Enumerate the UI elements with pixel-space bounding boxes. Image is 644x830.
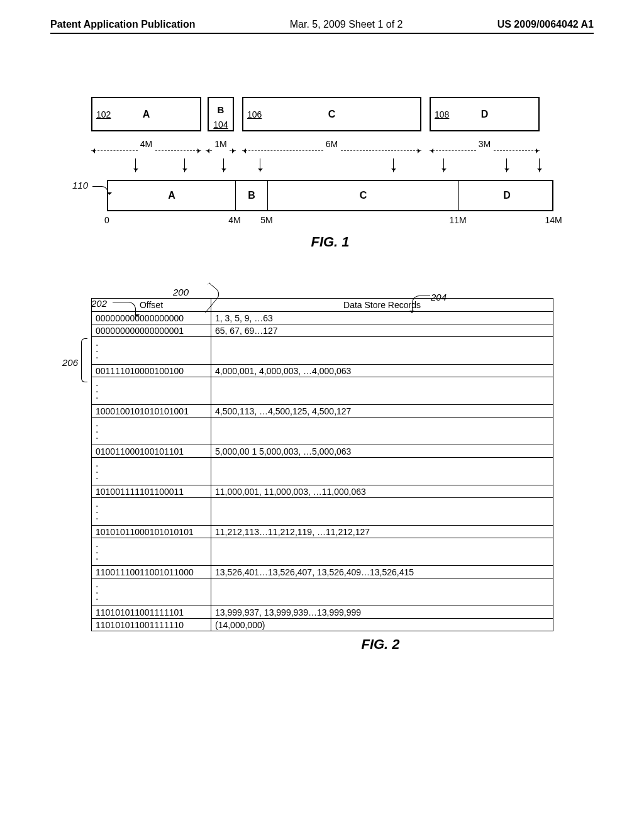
cell-offset: ... — [92, 418, 211, 445]
fig1-combined-seg-c: C — [268, 181, 459, 210]
cell-records: 11,000,001, 11,000,003, …11,000,063 — [211, 485, 553, 498]
fig1-tick: 11M — [449, 215, 466, 225]
fig1-tick: 5M — [260, 215, 272, 225]
cell-offset: 10101011000101010101 — [92, 526, 211, 538]
down-arrow-icon — [223, 158, 224, 172]
table-row: ... — [92, 538, 553, 566]
cell-offset: ... — [92, 498, 211, 526]
ref-202-label: 202 — [91, 298, 107, 309]
content: 102AB104106C108D 4M1M6M3M 110 ABCD 04M5M… — [91, 97, 569, 653]
block-ref: 102 — [96, 109, 111, 119]
brace-icon — [81, 338, 87, 382]
ref-204: 204 — [431, 292, 447, 302]
block-label: C — [328, 109, 336, 120]
block-ref: 106 — [247, 109, 262, 119]
table-row: ... — [92, 458, 553, 485]
figure-1: 102AB104106C108D 4M1M6M3M 110 ABCD 04M5M… — [91, 97, 569, 279]
header-left: Patent Application Publication — [50, 19, 196, 30]
cell-offset: 010011000100101101 — [92, 445, 211, 458]
down-arrow-icon — [393, 158, 394, 172]
down-arrow-icon — [506, 158, 507, 172]
table-row: ... — [92, 498, 553, 526]
ref-204-label: 204 — [431, 292, 447, 302]
table-row: ... — [92, 418, 553, 445]
ref-200-label: 200 — [173, 287, 189, 297]
cell-offset: 11001110011001011000 — [92, 566, 211, 578]
arrow-left-icon — [430, 150, 476, 151]
fig1-down-arrows — [91, 158, 569, 177]
arrow-left-icon — [91, 150, 138, 151]
cell-offset: 1000100101010101001 — [92, 405, 211, 418]
table-row: 0100110001001011015,000,00 1 5,000,003, … — [92, 445, 553, 458]
down-arrow-icon — [260, 158, 260, 172]
table-row: ... — [92, 337, 553, 365]
cell-offset: ... — [92, 377, 211, 405]
cell-records: 13,999,937, 13,999,939…13,999,999 — [211, 606, 553, 619]
block-ref: 108 — [435, 109, 449, 119]
arrow-right-icon — [341, 150, 422, 151]
ref-110: 110 — [72, 180, 88, 191]
cell-records — [211, 498, 553, 526]
fig1-blocks-row: 102AB104106C108D — [91, 97, 569, 131]
table-row: 11010101100111110113,999,937, 13,999,939… — [92, 606, 553, 619]
arrow-right-icon — [494, 150, 540, 151]
arrow-tip-icon — [409, 311, 414, 316]
cell-records — [211, 418, 553, 445]
cell-records — [211, 337, 553, 365]
fig1-caption: FIG. 1 — [311, 234, 349, 250]
cell-records — [211, 458, 553, 485]
cell-records: 11,212,113…11,212,119, …11,212,127 — [211, 526, 553, 538]
page: Patent Application Publication Mar. 5, 2… — [50, 19, 594, 653]
cell-records: 5,000,00 1 5,000,003, …5,000,063 — [211, 445, 553, 458]
fig2-table: Offset Data Store Records 00000000000000… — [91, 298, 553, 631]
cell-records: 1, 3, 5, 9, …63 — [211, 312, 553, 324]
cell-records: 13,526,401…13,526,407, 13,526,409…13,526… — [211, 566, 553, 578]
fig1-tick: 4M — [228, 215, 240, 225]
ref-200: 200 — [173, 287, 189, 297]
ref-206: 206 — [62, 357, 78, 368]
cell-offset: ... — [92, 538, 211, 566]
fig1-tick: 0 — [104, 215, 109, 225]
cell-offset: 000000000000000000 — [92, 312, 211, 324]
fig1-span-6M: 6M — [242, 144, 421, 157]
table-row: 00000000000000000165, 67, 69…127 — [92, 324, 553, 337]
ref-202: 202 — [91, 298, 107, 309]
cell-offset: ... — [92, 337, 211, 365]
fig2-caption: FIG. 2 — [192, 636, 569, 653]
fig1-combined-block: ABCD — [107, 180, 553, 211]
fig1-span-3M: 3M — [430, 144, 540, 157]
table-row: 1010101100010101010111,212,113…11,212,11… — [92, 526, 553, 538]
cell-offset: 000000000000000001 — [92, 324, 211, 337]
block-label: D — [481, 109, 489, 120]
fig1-combined-seg-a: A — [108, 181, 236, 210]
arrow-tip-icon — [135, 314, 140, 319]
ref-110-label: 110 — [72, 180, 88, 191]
span-label: 6M — [323, 139, 340, 149]
cell-offset: 101001111101100011 — [92, 485, 211, 498]
cell-records: 4,500,113, …4,500,125, 4,500,127 — [211, 405, 553, 418]
table-row: 0011110100001001004,000,001, 4,000,003, … — [92, 365, 553, 377]
table-row: ... — [92, 377, 553, 405]
down-arrow-icon — [184, 158, 185, 172]
span-label: 3M — [476, 139, 493, 149]
cell-records — [211, 377, 553, 405]
cell-offset: 110101011001111101 — [92, 606, 211, 619]
down-arrow-icon — [539, 158, 540, 172]
fig1-span-4M: 4M — [91, 144, 201, 157]
table-row: 0000000000000000001, 3, 5, 9, …63 — [92, 312, 553, 324]
arrow-left-icon — [206, 150, 212, 151]
block-ref: 104 — [213, 119, 228, 130]
cell-offset: 001111010000100100 — [92, 365, 211, 377]
span-label: 4M — [138, 139, 155, 149]
cell-offset: ... — [92, 578, 211, 606]
header: Patent Application Publication Mar. 5, 2… — [50, 19, 594, 34]
header-right: US 2009/0064042 A1 — [497, 19, 594, 30]
cell-records — [211, 578, 553, 606]
block-label: A — [143, 109, 150, 120]
fig1-span-row: 4M1M6M3M — [91, 144, 569, 157]
down-arrow-icon — [135, 158, 136, 172]
cell-records: 4,000,001, 4,000,003, …4,000,063 — [211, 365, 553, 377]
fig1-block-a: 102A — [91, 97, 201, 131]
block-label: B — [218, 104, 225, 115]
table-row: 10001001010101010014,500,113, …4,500,125… — [92, 405, 553, 418]
